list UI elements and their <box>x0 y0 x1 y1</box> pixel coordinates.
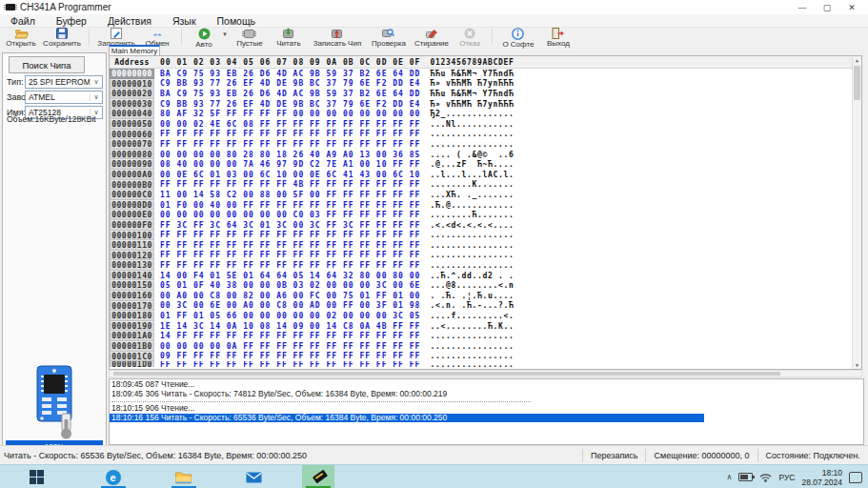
address-cell[interactable]: 000000F0 <box>110 220 154 231</box>
hex-bytes[interactable]: 1E 14 3C 14 0A 10 08 14 09 00 14 C8 0A 4… <box>160 322 420 331</box>
hex-bytes[interactable]: 11 00 14 58 C2 00 88 00 5F 00 FF FF FF F… <box>160 191 420 199</box>
auto-button[interactable]: Авто <box>187 28 221 48</box>
address-cell[interactable]: 00000150 <box>110 280 154 291</box>
hex-bytes[interactable]: 00 00 00 00 00 00 00 00 C0 03 FF FF FF F… <box>160 211 420 219</box>
tab-main-memory[interactable]: Main Memory <box>109 45 160 55</box>
edge-taskbar-button[interactable]: e <box>105 469 121 485</box>
vertical-scrollbar[interactable]: ▲ ▼ <box>852 56 861 369</box>
address-cell[interactable]: 00000170 <box>110 301 154 312</box>
read-button[interactable]: Читать <box>270 28 308 48</box>
start-button[interactable] <box>29 469 45 485</box>
address-cell[interactable]: 00000040 <box>110 109 154 119</box>
hex-bytes[interactable]: 05 01 0F 40 38 00 00 0B 03 02 00 00 00 3… <box>160 281 420 290</box>
minimize-button[interactable]: — <box>790 0 815 14</box>
vertical-scroll-thumb[interactable] <box>854 66 860 100</box>
clock[interactable]: 18:10 28.07.2024 <box>801 468 842 487</box>
about-button[interactable]: О Софте <box>497 28 539 48</box>
menu-item-0[interactable]: Файл <box>0 15 46 27</box>
hex-bytes[interactable]: BA C9 75 93 EB 26 D6 4D AC 9B 59 37 B2 6… <box>160 90 420 98</box>
address-cell[interactable]: 00000190 <box>110 321 154 332</box>
hex-bytes[interactable]: FF FF FF FF FF FF FF FF 4B FF FF FF FF F… <box>160 180 420 189</box>
address-cell[interactable]: 00000000 <box>110 69 154 79</box>
address-cell[interactable]: 00000100 <box>110 231 154 241</box>
menu-item-4[interactable]: Помощь <box>207 15 267 27</box>
wifi-icon[interactable] <box>759 473 772 482</box>
menu-item-2[interactable]: Действия <box>97 15 162 27</box>
address-cell[interactable]: 000001C0 <box>110 352 154 362</box>
hex-bytes[interactable]: FF FF FF FF FF FF FF FF FF FF FF FF FF F… <box>160 140 420 149</box>
search-chip-button[interactable]: Поиск Чипа <box>9 56 85 73</box>
battery-icon[interactable] <box>738 473 753 481</box>
maximize-button[interactable]: ▢ <box>815 0 839 14</box>
mail-taskbar-button[interactable] <box>246 469 262 485</box>
write-button[interactable]: Записать Чип <box>308 28 367 48</box>
ch341a-taskbar-button[interactable] <box>302 465 334 488</box>
address-cell[interactable]: 00000050 <box>110 119 154 130</box>
address-cell[interactable]: 00000120 <box>110 251 154 261</box>
auto-dropdown-caret[interactable]: ▼ <box>222 31 228 37</box>
action-center-icon[interactable] <box>849 472 862 483</box>
hex-bytes[interactable]: FF FF FF FF FF FF FF FF FF FF FF FF FF F… <box>160 130 420 138</box>
hex-bytes[interactable]: FF FF FF FF FF FF FF FF FF FF FF FF FF F… <box>160 361 420 367</box>
address-cell[interactable]: 00000140 <box>110 271 154 281</box>
log-entry[interactable]: 18:10:16 156 Читать - Скорость: 65536 By… <box>110 414 704 423</box>
address-cell[interactable]: 00000030 <box>110 99 154 110</box>
hex-bytes[interactable]: C9 BB 93 77 26 EF 4D DE 9B BC 37 79 6E F… <box>160 79 420 88</box>
address-cell[interactable]: 00000110 <box>110 240 154 251</box>
erase-button[interactable]: Стирание <box>411 28 453 48</box>
address-cell[interactable]: 000001B0 <box>110 341 154 352</box>
hex-bytes[interactable]: 01 FF 01 05 66 00 00 00 00 00 02 00 00 0… <box>160 312 420 320</box>
hex-bytes[interactable]: FF FF FF FF FF FF FF FF FF FF FF FF FF F… <box>160 251 420 259</box>
save-button[interactable]: Сохранить <box>40 28 84 48</box>
hex-bytes[interactable]: 80 AF 32 5F FF FF FF FF 00 00 00 00 00 0… <box>160 110 420 118</box>
address-cell[interactable]: 00000090 <box>110 159 154 170</box>
address-cell[interactable]: 00000080 <box>110 150 154 160</box>
hex-bytes[interactable]: FF FF FF FF FF FF FF FF FF FF FF FF FF F… <box>160 261 420 270</box>
tray-chevron-icon[interactable]: ∧ <box>727 473 733 481</box>
hex-bytes[interactable]: 00 00 00 00 0A FF FF FF FF FF FF FF FF F… <box>160 342 420 351</box>
address-cell[interactable]: 000000D0 <box>110 200 154 211</box>
explorer-taskbar-button[interactable] <box>175 469 192 485</box>
address-cell[interactable]: 000001A0 <box>110 331 154 341</box>
scroll-down-icon[interactable]: ▼ <box>853 362 861 368</box>
address-cell[interactable]: 00000130 <box>110 260 154 271</box>
language-indicator[interactable]: РУС <box>778 473 795 482</box>
hex-bytes[interactable]: 00 0E 6C 01 03 00 6C 10 00 0E 6C 41 43 0… <box>160 171 420 179</box>
address-cell[interactable]: 00000070 <box>110 139 154 150</box>
address-cell[interactable]: 00000010 <box>110 79 154 90</box>
horizontal-scroll-thumb[interactable] <box>113 372 780 376</box>
type-select[interactable]: 25 SPI EEPROM∨ <box>25 75 103 89</box>
hex-bytes[interactable]: 14 00 F4 01 5E 01 64 64 05 14 64 32 80 0… <box>160 272 420 280</box>
vendor-select[interactable]: ATMEL∨ <box>25 91 103 104</box>
hex-bytes[interactable]: 08 40 00 00 00 7A 46 97 9D C2 7E A1 00 1… <box>160 160 420 169</box>
log-entry[interactable]: 18:09:45 306 Читать - Скорость: 74812 By… <box>110 390 863 399</box>
exit-button[interactable]: Выход <box>539 28 577 48</box>
open-button[interactable]: Открыть <box>2 28 40 48</box>
address-cell[interactable]: 000000A0 <box>110 170 154 180</box>
address-cell[interactable]: 000000B0 <box>110 180 154 191</box>
blank-check-button[interactable]: Пустые <box>230 28 270 48</box>
menu-item-3[interactable]: Язык <box>162 15 207 27</box>
horizontal-scrollbar[interactable] <box>109 370 862 377</box>
hex-bytes[interactable]: 00 A0 00 C8 00 82 00 A6 00 FC 00 75 01 F… <box>160 292 420 300</box>
close-button[interactable]: ✕ <box>839 0 864 14</box>
hex-bytes[interactable]: FF FF FF FF FF FF FF FF FF FF FF FF FF F… <box>160 241 420 250</box>
address-cell[interactable]: 00000060 <box>110 130 154 140</box>
address-cell[interactable]: 00000180 <box>110 311 154 321</box>
hex-bytes[interactable]: 09 FF FF FF FF FF FF FF FF FF FF FF FF F… <box>160 352 420 360</box>
hex-bytes[interactable]: 00 3C 00 6E 00 A0 00 C8 00 AD 00 FF 00 3… <box>160 301 420 310</box>
menu-item-1[interactable]: Буфер <box>46 15 97 27</box>
hex-bytes[interactable]: BA C9 75 93 EB 26 D6 4D AC 9B 59 37 B2 6… <box>160 70 420 78</box>
hex-bytes[interactable]: C9 BB 93 77 26 EF 4D DE 9B BC 37 79 6E F… <box>160 100 420 109</box>
hex-bytes[interactable]: FF FF FF FF FF FF FF FF FF FF FF FF FF F… <box>160 231 420 239</box>
address-cell[interactable]: 000000E0 <box>110 210 154 220</box>
verify-button[interactable]: Проверка <box>367 28 411 48</box>
address-cell[interactable]: 00000020 <box>110 89 154 99</box>
address-cell[interactable]: 000001D0 <box>110 361 154 367</box>
hex-bytes[interactable]: FF 3C FF 3C 64 3C 01 3C 00 3C FF 3C FF F… <box>160 221 420 230</box>
hex-bytes[interactable]: 14 FF FF FF FF FF FF FF FF FF FF FF FF F… <box>160 332 420 340</box>
address-cell[interactable]: 00000160 <box>110 291 154 301</box>
scroll-up-icon[interactable]: ▲ <box>853 57 861 63</box>
address-cell[interactable]: 000000C0 <box>110 190 154 200</box>
hex-bytes[interactable]: 01 F0 00 40 00 FF FF FF FF FF FF FF FF F… <box>160 201 420 210</box>
